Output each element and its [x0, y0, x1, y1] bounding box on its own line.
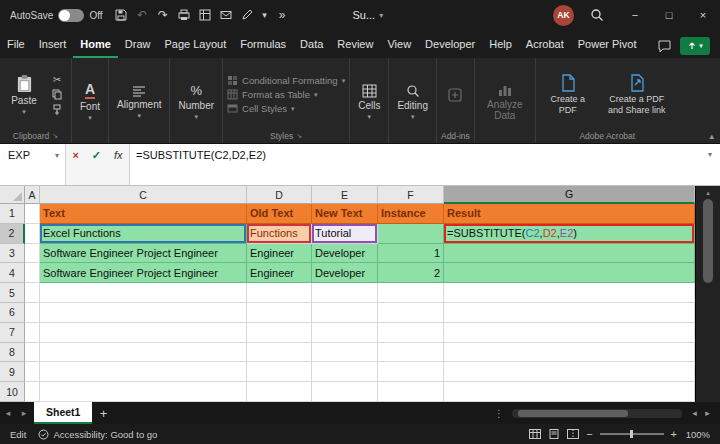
row-header-10[interactable]: 10 — [0, 382, 25, 402]
horizontal-scrollbar[interactable] — [512, 409, 682, 418]
cells-button[interactable]: Cells ▾ — [354, 84, 384, 121]
format-as-table-button[interactable]: Format as Table ▾ — [227, 89, 345, 100]
table-icon[interactable] — [195, 3, 216, 27]
print-icon[interactable] — [174, 3, 195, 27]
dialog-launcher-icon[interactable]: ↘ — [52, 132, 58, 140]
horizontal-scrollbar-thumb[interactable] — [518, 410, 628, 417]
zoom-slider[interactable] — [600, 433, 664, 435]
cell-c2[interactable]: Excel Functions — [40, 224, 247, 244]
cut-icon[interactable]: ✂ — [53, 75, 61, 85]
cell-c1[interactable]: Text — [40, 204, 247, 224]
enter-button[interactable]: ✓ — [92, 149, 101, 162]
select-all-button[interactable] — [0, 186, 25, 204]
column-header-d[interactable]: D — [247, 186, 312, 204]
menu-view[interactable]: View — [380, 33, 418, 58]
cell-f10[interactable] — [378, 382, 444, 402]
cell-c4[interactable]: Software Engineer Project Engineer — [40, 263, 247, 283]
new-sheet-button[interactable]: + — [92, 406, 114, 421]
row-header-5[interactable]: 5 — [0, 283, 25, 303]
analyze-data-button[interactable]: Analyze Data — [479, 83, 531, 121]
hscroll-left-icon[interactable]: ◂ — [688, 408, 701, 418]
close-button[interactable]: × — [686, 0, 720, 30]
column-header-f[interactable]: F — [378, 186, 444, 204]
menu-page-layout[interactable]: Page Layout — [157, 33, 233, 58]
minimize-button[interactable]: − — [618, 0, 652, 30]
search-icon[interactable] — [584, 2, 610, 28]
column-header-a[interactable]: A — [25, 186, 40, 204]
cell-d7[interactable] — [247, 323, 312, 343]
menu-draw[interactable]: Draw — [118, 33, 158, 58]
autosave-control[interactable]: AutoSave Off — [10, 9, 103, 22]
format-painter-icon[interactable] — [52, 104, 62, 115]
menu-data[interactable]: Data — [293, 33, 330, 58]
cell-f3[interactable]: 1 — [378, 244, 444, 264]
cell-e7[interactable] — [312, 323, 378, 343]
page-layout-view-icon[interactable] — [548, 429, 560, 439]
cell-f6[interactable] — [378, 303, 444, 323]
collapse-ribbon-icon[interactable]: ▴ — [709, 131, 714, 141]
cell-g9[interactable] — [444, 362, 695, 382]
create-pdf-button[interactable]: Create a PDF — [540, 74, 596, 115]
sheet-tab-sheet1[interactable]: Sheet1 — [34, 402, 92, 424]
styles-group-label[interactable]: Styles↘ — [227, 128, 345, 143]
cell-c7[interactable] — [40, 323, 247, 343]
row-header-9[interactable]: 9 — [0, 362, 25, 382]
column-header-e[interactable]: E — [312, 186, 378, 204]
cell-f7[interactable] — [378, 323, 444, 343]
cell-a7[interactable] — [25, 323, 40, 343]
font-button[interactable]: A Font ▾ — [76, 82, 104, 122]
zoom-level[interactable]: 100% — [684, 429, 710, 440]
cell-g8[interactable] — [444, 343, 695, 363]
cell-d1[interactable]: Old Text — [247, 204, 312, 224]
cell-g1[interactable]: Result — [444, 204, 695, 224]
sheet-nav-right-icon[interactable]: ▸ — [16, 408, 32, 418]
column-header-g[interactable]: G — [444, 186, 695, 204]
cell-d6[interactable] — [247, 303, 312, 323]
cell-g2-formula[interactable]: =SUBSTITUTE(C2,D2,E2) — [444, 224, 695, 244]
row-header-7[interactable]: 7 — [0, 323, 25, 343]
expand-formula-bar-icon[interactable]: ▾ — [700, 144, 720, 185]
zoom-in-button[interactable]: + — [671, 428, 677, 440]
row-header-4[interactable]: 4 — [0, 263, 25, 283]
cell-d8[interactable] — [247, 343, 312, 363]
cell-e6[interactable] — [312, 303, 378, 323]
cell-g3[interactable] — [444, 244, 695, 264]
pen-icon[interactable] — [237, 3, 258, 27]
insert-function-button[interactable]: fx — [114, 149, 123, 161]
row-header-3[interactable]: 3 — [0, 244, 25, 264]
dialog-launcher-icon[interactable]: ↘ — [296, 132, 302, 140]
paste-button[interactable]: Paste ▾ — [4, 74, 44, 116]
formula-input[interactable]: =SUBSTITUTE(C2,D2,E2) — [130, 144, 700, 185]
cell-g7[interactable] — [444, 323, 695, 343]
cell-f4[interactable]: 2 — [378, 263, 444, 283]
cell-e3[interactable]: Developer — [312, 244, 378, 264]
cell-g10[interactable] — [444, 382, 695, 402]
scroll-up-icon[interactable]: ▴ — [706, 189, 710, 196]
cell-c6[interactable] — [40, 303, 247, 323]
normal-view-icon[interactable] — [529, 429, 541, 439]
cell-g5[interactable] — [444, 283, 695, 303]
undo-icon[interactable]: ↶ — [132, 3, 153, 27]
row-header-8[interactable]: 8 — [0, 343, 25, 363]
cell-e2[interactable]: Tutorial — [312, 224, 378, 244]
cell-d3[interactable]: Engineer — [247, 244, 312, 264]
more-commands-icon[interactable]: » — [272, 3, 293, 27]
cell-f5[interactable] — [378, 283, 444, 303]
cell-c10[interactable] — [40, 382, 247, 402]
name-box[interactable]: EXP ▾ — [0, 144, 66, 185]
cell-f8[interactable] — [378, 343, 444, 363]
menu-power-pivot[interactable]: Power Pivot — [571, 33, 644, 58]
cell-c9[interactable] — [40, 362, 247, 382]
row-header-2[interactable]: 2 — [0, 224, 25, 244]
editing-button[interactable]: Editing ▾ — [393, 84, 432, 121]
row-header-6[interactable]: 6 — [0, 303, 25, 323]
page-break-view-icon[interactable] — [567, 429, 579, 439]
menu-developer[interactable]: Developer — [418, 33, 482, 58]
alignment-button[interactable]: Alignment ▾ — [113, 85, 165, 120]
vertical-scrollbar[interactable]: ▴ — [695, 186, 720, 402]
share-button[interactable]: ▾ — [680, 37, 710, 55]
copy-icon[interactable] — [52, 89, 62, 100]
comment-icon[interactable] — [657, 39, 672, 53]
cell-d5[interactable] — [247, 283, 312, 303]
cell-g6[interactable] — [444, 303, 695, 323]
